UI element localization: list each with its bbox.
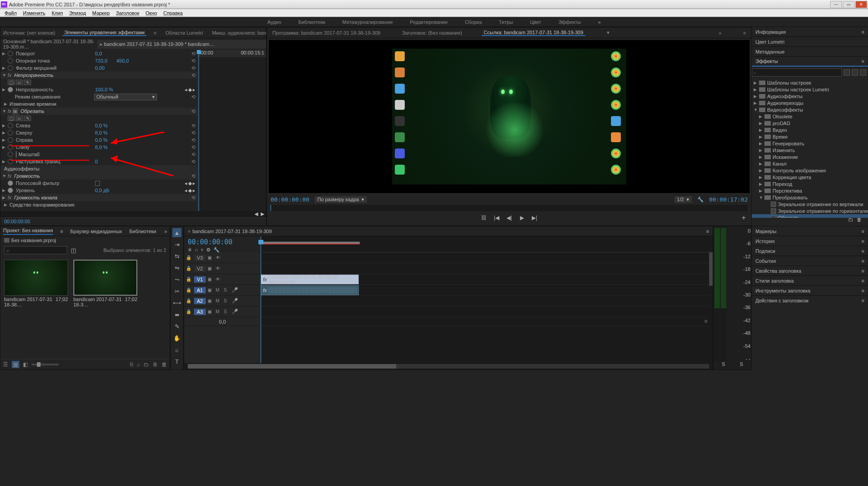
effects-folder[interactable]: ▶Шаблоны настроек Lumetri	[752, 86, 868, 93]
project-thumb[interactable]: bandicam 2017-07-31 18-3…17;02	[73, 260, 137, 308]
sequence-name[interactable]: bandicam 2017-07-31 18-38-19-309	[192, 229, 271, 234]
keyframe-toggle[interactable]	[8, 58, 13, 63]
effects-folder[interactable]: ▶Аудиоэффекты	[752, 93, 868, 99]
effects-folder[interactable]: ▶Видео	[752, 126, 868, 133]
val-crop-bottom[interactable]: 8,0 %	[95, 144, 108, 150]
track-output-icon[interactable]: ▣	[208, 255, 214, 260]
slide-tool-icon[interactable]: ⬌	[172, 310, 181, 319]
fx-badge-icon[interactable]: fx	[8, 108, 12, 114]
ws-overflow-icon[interactable]: »	[596, 18, 602, 26]
mask-rect-icon[interactable]: ▭	[16, 116, 23, 121]
ripple-tool-icon[interactable]: ⇆	[172, 252, 181, 261]
settings-wrench-icon[interactable]: 🔧	[697, 197, 704, 202]
new-item-icon[interactable]: 🗎	[153, 361, 158, 368]
effects-search-input[interactable]	[752, 68, 842, 76]
collapsed-panel[interactable]: Стили заголовка≡	[752, 275, 868, 285]
effects-folder[interactable]: ▶Изменить	[752, 147, 868, 153]
program-ruler[interactable]	[271, 205, 748, 211]
panel-menu-icon[interactable]: ≡	[741, 30, 748, 36]
voice-icon[interactable]: 🎤	[232, 287, 238, 293]
collapsed-panel[interactable]: Маркеры≡	[752, 226, 868, 236]
panel-menu-icon[interactable]: ≡	[706, 229, 709, 234]
delete-icon[interactable]: 🗑	[857, 217, 862, 223]
mask-ellipse-icon[interactable]: ◯	[8, 116, 15, 121]
lock-icon[interactable]: 🔒	[186, 255, 192, 260]
eye-icon[interactable]: 👁	[216, 277, 222, 282]
list-view-icon[interactable]: ☰	[3, 361, 8, 368]
keyframe-toggle[interactable]	[8, 152, 13, 157]
timeline-vscroll[interactable]	[709, 252, 713, 363]
disclosure-icon[interactable]: ▶	[759, 189, 764, 193]
project-filter-icon[interactable]: ◫	[71, 247, 76, 254]
ec-clip-name[interactable]: ▸ bandicam 2017-07-31 18-38-19-309 * ban…	[97, 40, 266, 49]
mask-rect-icon[interactable]: ▭	[16, 80, 23, 85]
disclosure-icon[interactable]: ▶	[759, 135, 764, 139]
effects-folder[interactable]: ▼Видеоэффекты	[752, 106, 868, 113]
track-a3[interactable]: A3	[194, 309, 206, 315]
fx-badge-icon[interactable]: fx	[8, 195, 12, 200]
fx-opacity[interactable]: Непрозрачность	[13, 72, 94, 78]
eye-icon[interactable]: 👁	[216, 255, 222, 260]
mask-ellipse-icon[interactable]: ◯	[8, 80, 15, 85]
collapsed-panel[interactable]: Действия с заголовком≡	[752, 295, 868, 305]
menu-window[interactable]: Окно	[143, 10, 160, 16]
effects-folder[interactable]: ▶Контроль изображения	[752, 167, 868, 174]
disclosure-icon[interactable]: ▶	[754, 81, 759, 85]
lock-icon[interactable]: 🔒	[186, 288, 192, 292]
disclosure-icon[interactable]: ▶	[754, 101, 759, 105]
panel-menu-icon[interactable]: ≡	[862, 288, 864, 293]
menu-file[interactable]: Файл	[2, 10, 19, 16]
kf-next-icon[interactable]: ▸	[193, 188, 195, 194]
lock-icon[interactable]: 🔒	[186, 277, 192, 282]
fx-crop[interactable]: Обрезать	[19, 108, 100, 114]
effects-folder[interactable]: ▶Искажение	[752, 153, 868, 160]
val-level[interactable]: 0,0 дБ	[95, 188, 109, 193]
effects-folder[interactable]: ▶Канал	[752, 160, 868, 167]
solo-button[interactable]: S	[224, 298, 230, 303]
reset-icon[interactable]: ⟲	[191, 72, 195, 78]
track-a2[interactable]: A2	[194, 298, 206, 304]
seq-close-icon[interactable]: ×	[188, 229, 190, 234]
tab-source[interactable]: Источник: (нет клипов)	[1, 30, 57, 36]
fx-chanvol[interactable]: Громкость канала	[13, 195, 94, 200]
val-anchor-x[interactable]: 720,0	[95, 58, 108, 63]
kf-prev-icon[interactable]: ◂	[185, 87, 187, 93]
kf-add-icon[interactable]: ◆	[188, 188, 192, 194]
disclosure-icon[interactable]: ▶	[759, 155, 764, 159]
blend-dropdown[interactable]: Обычный▾	[94, 94, 157, 100]
keyframe-toggle[interactable]	[8, 51, 13, 56]
ws-audio[interactable]: Аудио	[266, 18, 283, 26]
solo-r[interactable]: S	[740, 361, 743, 368]
minimize-button[interactable]: —	[830, 1, 842, 8]
find-icon[interactable]: ⌕	[137, 361, 140, 368]
keyframe-toggle[interactable]	[8, 87, 13, 92]
solo-button[interactable]: S	[224, 309, 230, 314]
keyframe-toggle[interactable]	[8, 123, 13, 128]
reset-icon[interactable]: ⟲	[191, 159, 195, 165]
val-crop-top[interactable]: 8,0 %	[95, 130, 108, 135]
slip-tool-icon[interactable]: ⟷	[172, 298, 181, 307]
disclosure-icon[interactable]: ▼	[754, 108, 759, 112]
panel-menu-icon[interactable]: ≡	[862, 278, 864, 284]
disclosure-icon[interactable]: ▶	[759, 114, 764, 119]
zoom-tool-icon[interactable]: ⌕	[172, 345, 181, 354]
reset-icon[interactable]: ⟲	[191, 144, 195, 150]
ec-playhead[interactable]	[199, 50, 199, 211]
freeform-view-icon[interactable]: ◧	[23, 361, 28, 368]
kf-next-icon[interactable]: ▸	[193, 180, 195, 186]
timeline-playhead[interactable]	[261, 236, 261, 252]
audio-clip[interactable]: fx	[261, 285, 359, 295]
ec-scroll-next[interactable]: ▶	[261, 211, 264, 217]
effect-preset[interactable]: Зеркальное отражение по вертикали	[752, 201, 868, 207]
panel-menu-icon[interactable]: ≡	[862, 298, 864, 303]
timeline-timecode[interactable]: 00:00:00:00	[188, 238, 257, 246]
reset-icon[interactable]: ⟲	[191, 152, 195, 158]
collapsed-panel[interactable]: Инструменты заголовка≡	[752, 285, 868, 295]
tab-media-browser[interactable]: Браузер медиаданных	[70, 229, 122, 234]
collapsed-panel[interactable]: Подписи≡	[752, 246, 868, 256]
kf-next-icon[interactable]: ▸	[193, 87, 195, 93]
rate-tool-icon[interactable]: ⤳	[172, 275, 181, 284]
tab-audio-mixer[interactable]: Микш. аудиоклипа: bandicam 2017-07-31 1	[210, 30, 266, 36]
menu-sequence[interactable]: Эпизод	[67, 10, 89, 16]
effects-folder[interactable]: ▶Генерировать	[752, 140, 868, 147]
